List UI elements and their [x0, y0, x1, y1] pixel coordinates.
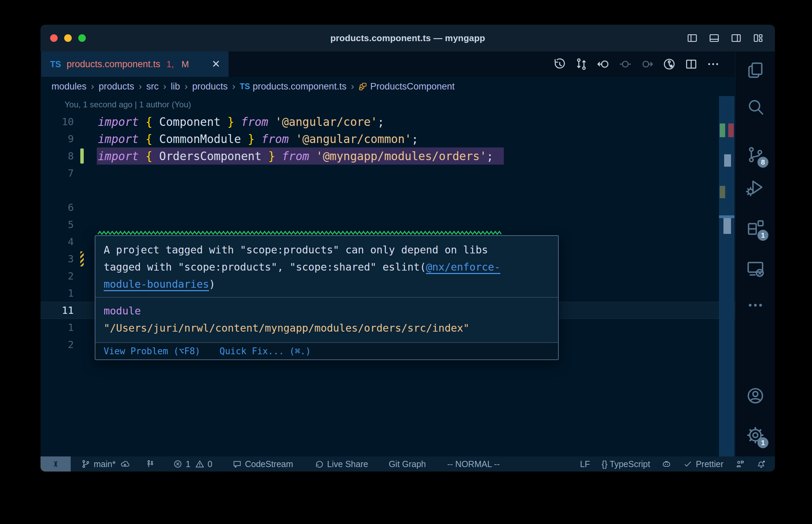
editor-code-area[interactable]: You, 1 second ago | 1 author (You)10impo…: [40, 96, 735, 456]
view-problem-action[interactable]: View Problem (⌥F8): [104, 346, 200, 356]
tab-products-component[interactable]: TS products.component.ts 1, M ✕: [41, 51, 229, 77]
code-line-6[interactable]: 6: [40, 199, 735, 216]
warning-triangle-icon: [195, 459, 205, 469]
breadcrumb-item-products.component.ts[interactable]: TSproducts.component.ts: [240, 81, 347, 92]
codelens-blame[interactable]: You, 1 second ago | 1 author (You): [40, 96, 735, 113]
punctuation: ;: [411, 132, 418, 146]
toggle-primary-sidebar-icon[interactable]: [686, 32, 698, 44]
status-codestream[interactable]: CodeStream: [232, 459, 293, 469]
ruler-cursor-mark: [723, 218, 731, 234]
code-line-7[interactable]: 7: [40, 165, 735, 182]
code-line-10[interactable]: 10import { Component } from '@angular/co…: [40, 113, 735, 130]
brace: {: [146, 150, 159, 163]
line-number: 1: [40, 287, 74, 299]
more-actions-icon[interactable]: [706, 57, 720, 71]
ruler-error-mark: [728, 123, 734, 137]
split-editor-icon[interactable]: [684, 57, 698, 71]
activity-badge: 1: [757, 230, 768, 241]
status-git-graph[interactable]: Git Graph: [389, 459, 426, 469]
keyword: import: [98, 132, 146, 146]
status-feedback[interactable]: [735, 459, 745, 469]
keyword: import: [98, 115, 146, 129]
line-number: 10: [40, 116, 74, 128]
line-number: 8: [40, 150, 74, 162]
line-number: 3: [40, 253, 74, 265]
vscode-window: products.component.ts — myngapp TS produ…: [40, 25, 775, 472]
toggle-panel-icon[interactable]: [708, 32, 720, 44]
editor-actions: [553, 51, 735, 77]
compare-changes-icon[interactable]: [575, 57, 588, 71]
overview-ruler-scrollbar[interactable]: [719, 96, 734, 456]
breadcrumb-item-src[interactable]: src: [146, 81, 159, 92]
eslint-rule-link[interactable]: module-boundaries: [104, 278, 209, 290]
string: '@myngapp/modules/orders': [309, 150, 487, 163]
status-prettier[interactable]: Prettier: [683, 459, 723, 469]
debug-icon: [746, 178, 765, 197]
status-copilot[interactable]: [662, 459, 671, 469]
activity-search[interactable]: [746, 97, 765, 117]
titlebar: products.component.ts — myngapp: [40, 25, 775, 51]
identifier: CommonModule: [159, 132, 241, 146]
activity-remote-explorer[interactable]: [746, 259, 765, 278]
customize-layout-icon[interactable]: [752, 32, 764, 44]
brace: {: [146, 132, 159, 146]
tab-close-icon[interactable]: ✕: [212, 59, 220, 69]
status-vim-mode[interactable]: -- NORMAL --: [447, 459, 500, 469]
status-language[interactable]: {} TypeScript: [602, 459, 650, 469]
breadcrumb-item-ProductsComponent[interactable]: ProductsComponent: [359, 81, 455, 92]
toggle-secondary-sidebar-icon[interactable]: [730, 32, 742, 44]
code-line-9[interactable]: 9import { CommonModule } from '@angular/…: [40, 130, 735, 147]
comment-icon: [232, 459, 242, 469]
breadcrumb-separator: ›: [232, 81, 235, 92]
line-number: 6: [40, 202, 74, 213]
breadcrumb-separator: ›: [185, 81, 188, 92]
typescript-file-icon: TS: [50, 59, 61, 69]
status-branch[interactable]: main*: [81, 459, 130, 469]
remote-icon: [50, 459, 61, 469]
activity-more-views[interactable]: [746, 296, 765, 315]
line-number: 2: [40, 339, 74, 350]
module-path: "/Users/juri/nrwl/content/myngapp/module…: [104, 322, 469, 334]
status-live-share[interactable]: Live Share: [314, 459, 368, 469]
breadcrumb-item-modules[interactable]: modules: [51, 81, 86, 92]
code-line-8[interactable]: 8import { OrdersComponent } from '@mynga…: [40, 147, 735, 165]
activity-settings[interactable]: 1: [746, 426, 765, 445]
class-symbol-icon: [359, 82, 368, 91]
activity-badge: 8: [757, 157, 768, 168]
branch-sync-icon: [146, 459, 155, 469]
git-graph-view-icon[interactable]: [662, 57, 676, 71]
cloud-upload-icon: [120, 459, 130, 469]
search-icon: [746, 97, 765, 117]
breadcrumb-item-products[interactable]: products: [98, 81, 134, 92]
tab-problems-badge: 1,: [166, 59, 174, 70]
identifier: Component: [159, 115, 221, 129]
window-title: products.component.ts — myngapp: [40, 25, 775, 51]
activity-extensions[interactable]: 1: [746, 218, 765, 237]
brace: }: [262, 150, 275, 163]
status-branch-compare[interactable]: [146, 459, 155, 469]
tab-git-modified-badge: M: [182, 59, 189, 70]
remote-explorer-icon: [746, 259, 765, 278]
activity-account[interactable]: [746, 386, 765, 405]
breadcrumb-item-lib[interactable]: lib: [171, 81, 180, 92]
quick-fix-action[interactable]: Quick Fix... (⌘.): [220, 346, 311, 356]
layout-controls: [686, 25, 764, 51]
activity-source-control[interactable]: 8: [746, 145, 765, 164]
breadcrumb-item-products[interactable]: products: [192, 81, 228, 92]
eslint-rule-link[interactable]: @nx/enforce-: [426, 261, 500, 273]
activity-explorer[interactable]: [746, 60, 765, 80]
hover-actions: View Problem (⌥F8) Quick Fix... (⌘.): [95, 343, 558, 359]
timeline-history-icon[interactable]: [553, 57, 566, 71]
eslint-error-squiggle: [98, 230, 501, 235]
status-notifications[interactable]: [756, 459, 766, 469]
gutter-added-indicator: [80, 148, 84, 164]
keyword: from: [255, 132, 289, 146]
activity-run-debug[interactable]: [746, 178, 765, 197]
activity-badge: 1: [757, 437, 768, 448]
status-problems[interactable]: 10: [173, 459, 212, 469]
status-eol[interactable]: LF: [580, 459, 590, 469]
keyword: from: [234, 115, 268, 129]
keyword: from: [275, 150, 309, 163]
remote-indicator[interactable]: [40, 456, 71, 472]
open-changes-back-icon[interactable]: [596, 57, 610, 71]
